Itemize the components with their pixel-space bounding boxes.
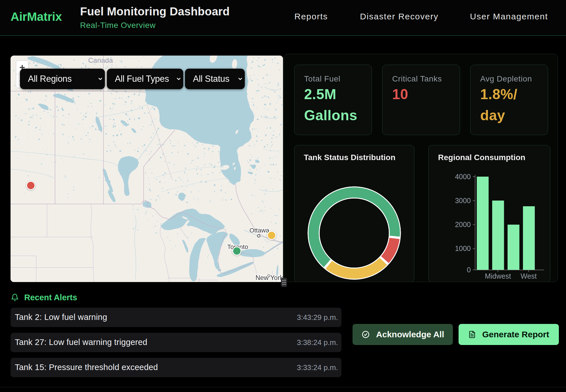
svg-text:0: 0 — [467, 266, 471, 274]
svg-text:Canada: Canada — [88, 56, 113, 64]
svg-text:West: West — [521, 272, 537, 280]
svg-text:4000: 4000 — [455, 173, 471, 181]
svg-text:Ottawa: Ottawa — [249, 227, 269, 234]
svg-text:2000: 2000 — [455, 220, 471, 228]
svg-text:3000: 3000 — [455, 197, 471, 205]
svg-text:Midwest: Midwest — [485, 272, 511, 280]
svg-text:1000: 1000 — [455, 244, 471, 252]
